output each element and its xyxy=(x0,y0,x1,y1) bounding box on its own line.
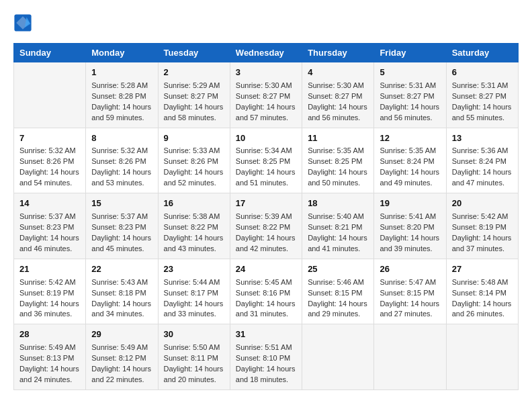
daylight-text: Daylight: 14 hours and 51 minutes. xyxy=(236,168,296,187)
calendar-cell xyxy=(302,324,374,390)
calendar-cell: 13Sunrise: 5:36 AMSunset: 8:24 PMDayligh… xyxy=(446,128,518,193)
sunset-text: Sunset: 8:16 PM xyxy=(236,289,290,297)
sunrise-text: Sunrise: 5:32 AM xyxy=(91,146,148,154)
sunrise-text: Sunrise: 5:45 AM xyxy=(236,278,292,286)
sunset-text: Sunset: 8:20 PM xyxy=(380,223,434,231)
day-number: 13 xyxy=(452,132,513,145)
day-number: 19 xyxy=(380,197,440,210)
daylight-text: Daylight: 14 hours and 41 minutes. xyxy=(308,234,367,253)
sunrise-text: Sunrise: 5:41 AM xyxy=(380,212,436,220)
sunset-text: Sunset: 8:27 PM xyxy=(308,92,362,100)
day-number: 6 xyxy=(452,66,513,79)
daylight-text: Daylight: 14 hours and 49 minutes. xyxy=(380,168,439,187)
sunrise-text: Sunrise: 5:34 AM xyxy=(236,146,292,154)
sunrise-text: Sunrise: 5:42 AM xyxy=(452,212,508,220)
sunset-text: Sunset: 8:13 PM xyxy=(19,354,74,362)
day-number: 25 xyxy=(308,263,368,276)
day-number: 14 xyxy=(19,197,80,210)
daylight-text: Daylight: 14 hours and 26 minutes. xyxy=(452,300,512,318)
daylight-text: Daylight: 14 hours and 58 minutes. xyxy=(164,103,224,122)
col-header-sunday: Sunday xyxy=(14,44,86,62)
day-number: 1 xyxy=(91,66,152,79)
sunrise-text: Sunrise: 5:29 AM xyxy=(164,81,220,89)
daylight-text: Daylight: 14 hours and 50 minutes. xyxy=(308,168,367,187)
calendar-cell: 27Sunrise: 5:48 AMSunset: 8:14 PMDayligh… xyxy=(446,259,518,324)
sunset-text: Sunset: 8:27 PM xyxy=(452,92,506,100)
sunrise-text: Sunrise: 5:42 AM xyxy=(19,278,76,286)
calendar-cell: 17Sunrise: 5:39 AMSunset: 8:22 PMDayligh… xyxy=(230,193,302,259)
daylight-text: Daylight: 14 hours and 56 minutes. xyxy=(380,103,439,122)
daylight-text: Daylight: 14 hours and 24 minutes. xyxy=(19,365,79,383)
page-header xyxy=(13,13,519,32)
sunrise-text: Sunrise: 5:35 AM xyxy=(308,146,364,154)
sunset-text: Sunset: 8:15 PM xyxy=(308,289,362,297)
day-number: 5 xyxy=(380,66,440,79)
calendar-week-row: 14Sunrise: 5:37 AMSunset: 8:23 PMDayligh… xyxy=(14,193,519,259)
calendar-week-row: 21Sunrise: 5:42 AMSunset: 8:19 PMDayligh… xyxy=(14,259,519,324)
calendar-cell xyxy=(446,324,518,390)
day-number: 31 xyxy=(236,328,296,341)
day-number: 15 xyxy=(91,197,152,210)
calendar-cell: 11Sunrise: 5:35 AMSunset: 8:25 PMDayligh… xyxy=(302,128,374,193)
sunset-text: Sunset: 8:25 PM xyxy=(236,157,290,165)
col-header-monday: Monday xyxy=(86,44,158,62)
daylight-text: Daylight: 14 hours and 29 minutes. xyxy=(308,300,367,318)
sunrise-text: Sunrise: 5:31 AM xyxy=(380,81,436,89)
calendar-cell: 8Sunrise: 5:32 AMSunset: 8:26 PMDaylight… xyxy=(86,128,158,193)
sunrise-text: Sunrise: 5:36 AM xyxy=(452,146,508,154)
day-number: 11 xyxy=(308,132,368,145)
sunset-text: Sunset: 8:23 PM xyxy=(91,223,146,231)
day-number: 22 xyxy=(91,263,152,276)
calendar-cell: 25Sunrise: 5:46 AMSunset: 8:15 PMDayligh… xyxy=(302,259,374,324)
col-header-tuesday: Tuesday xyxy=(158,44,230,62)
daylight-text: Daylight: 14 hours and 42 minutes. xyxy=(236,234,296,253)
calendar-week-row: 7Sunrise: 5:32 AMSunset: 8:26 PMDaylight… xyxy=(14,128,519,193)
day-number: 28 xyxy=(19,328,80,341)
calendar-cell xyxy=(374,324,446,390)
sunset-text: Sunset: 8:26 PM xyxy=(19,157,74,165)
sunset-text: Sunset: 8:11 PM xyxy=(164,354,218,362)
day-number: 30 xyxy=(164,328,224,341)
day-number: 9 xyxy=(164,132,224,145)
day-number: 12 xyxy=(380,132,440,145)
daylight-text: Daylight: 14 hours and 45 minutes. xyxy=(91,234,151,253)
calendar-table: SundayMondayTuesdayWednesdayThursdayFrid… xyxy=(13,43,519,390)
day-number: 27 xyxy=(452,263,513,276)
day-number: 24 xyxy=(236,263,296,276)
calendar-cell: 29Sunrise: 5:49 AMSunset: 8:12 PMDayligh… xyxy=(86,324,158,390)
sunset-text: Sunset: 8:12 PM xyxy=(91,354,146,362)
daylight-text: Daylight: 14 hours and 46 minutes. xyxy=(19,234,79,253)
sunrise-text: Sunrise: 5:32 AM xyxy=(19,146,76,154)
sunset-text: Sunset: 8:24 PM xyxy=(380,157,434,165)
sunset-text: Sunset: 8:26 PM xyxy=(91,157,146,165)
sunset-text: Sunset: 8:10 PM xyxy=(236,354,290,362)
sunrise-text: Sunrise: 5:46 AM xyxy=(308,278,364,286)
calendar-week-row: 1Sunrise: 5:28 AMSunset: 8:28 PMDaylight… xyxy=(14,62,519,128)
col-header-thursday: Thursday xyxy=(302,44,374,62)
calendar-cell: 30Sunrise: 5:50 AMSunset: 8:11 PMDayligh… xyxy=(158,324,230,390)
daylight-text: Daylight: 14 hours and 31 minutes. xyxy=(236,300,296,318)
day-number: 10 xyxy=(236,132,296,145)
daylight-text: Daylight: 14 hours and 33 minutes. xyxy=(164,300,224,318)
calendar-cell: 4Sunrise: 5:30 AMSunset: 8:27 PMDaylight… xyxy=(302,62,374,128)
calendar-cell: 31Sunrise: 5:51 AMSunset: 8:10 PMDayligh… xyxy=(230,324,302,390)
calendar-cell: 6Sunrise: 5:31 AMSunset: 8:27 PMDaylight… xyxy=(446,62,518,128)
day-number: 26 xyxy=(380,263,440,276)
calendar-cell: 24Sunrise: 5:45 AMSunset: 8:16 PMDayligh… xyxy=(230,259,302,324)
calendar-week-row: 28Sunrise: 5:49 AMSunset: 8:13 PMDayligh… xyxy=(14,324,519,390)
daylight-text: Daylight: 14 hours and 54 minutes. xyxy=(19,168,79,187)
sunset-text: Sunset: 8:26 PM xyxy=(164,157,218,165)
sunrise-text: Sunrise: 5:30 AM xyxy=(236,81,292,89)
calendar-cell: 10Sunrise: 5:34 AMSunset: 8:25 PMDayligh… xyxy=(230,128,302,193)
sunrise-text: Sunrise: 5:47 AM xyxy=(380,278,436,286)
calendar-cell: 2Sunrise: 5:29 AMSunset: 8:27 PMDaylight… xyxy=(158,62,230,128)
sunrise-text: Sunrise: 5:37 AM xyxy=(91,212,148,220)
daylight-text: Daylight: 14 hours and 56 minutes. xyxy=(308,103,367,122)
day-number: 29 xyxy=(91,328,152,341)
calendar-cell: 1Sunrise: 5:28 AMSunset: 8:28 PMDaylight… xyxy=(86,62,158,128)
sunrise-text: Sunrise: 5:49 AM xyxy=(19,343,76,351)
calendar-cell: 21Sunrise: 5:42 AMSunset: 8:19 PMDayligh… xyxy=(14,259,86,324)
sunrise-text: Sunrise: 5:51 AM xyxy=(236,343,292,351)
calendar-cell: 15Sunrise: 5:37 AMSunset: 8:23 PMDayligh… xyxy=(86,193,158,259)
daylight-text: Daylight: 14 hours and 59 minutes. xyxy=(91,103,151,122)
